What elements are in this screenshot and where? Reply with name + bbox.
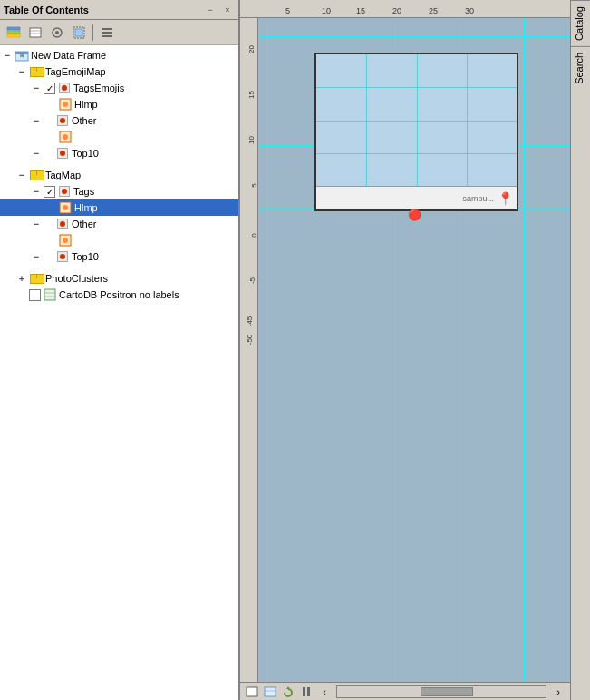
tree-node-other-1-symbol[interactable] bbox=[0, 129, 238, 145]
expander-tags-emojis[interactable] bbox=[29, 81, 44, 95]
layout-view-button[interactable] bbox=[262, 685, 278, 699]
tree-node-photo-clusters[interactable]: PhotoClusters bbox=[0, 270, 238, 287]
tree-node-carto-db[interactable]: CartoDB Positron no labels bbox=[0, 287, 238, 303]
scroll-left-button[interactable]: ‹ bbox=[316, 685, 333, 699]
ruler-mark-5: 5 bbox=[285, 6, 290, 15]
svg-text:⊞: ⊞ bbox=[20, 53, 24, 58]
label-tag-emoji-map: TagEmojiMap bbox=[45, 66, 235, 77]
label-top10-2: Top10 bbox=[72, 251, 235, 262]
tree-node-other-2[interactable]: Other bbox=[0, 216, 238, 232]
toc-header: Table Of Contents − × bbox=[0, 0, 238, 20]
right-sidebar: Catalog Search bbox=[570, 0, 590, 700]
ruler-mark-v-15: 15 bbox=[247, 91, 256, 99]
visibility-view-button[interactable] bbox=[47, 23, 67, 43]
tree-node-other-2-symbol[interactable] bbox=[0, 232, 238, 248]
expander-top10-2[interactable] bbox=[29, 249, 44, 264]
checkbox-tags[interactable] bbox=[44, 186, 55, 198]
svg-rect-24 bbox=[44, 289, 55, 300]
tree-node-hlmp[interactable]: Hlmp bbox=[0, 96, 238, 112]
toc-tree: ⊞ New Data Frame TagEmojiMap bbox=[0, 45, 238, 700]
checkbox-tags-emojis[interactable] bbox=[44, 83, 55, 94]
expander-tag-map[interactable] bbox=[15, 168, 29, 182]
svg-rect-32 bbox=[307, 687, 310, 696]
label-new-data-frame: New Data Frame bbox=[31, 50, 235, 61]
scrollbar-thumb[interactable] bbox=[421, 687, 473, 696]
map-legend-area: sampu... 📍 bbox=[316, 186, 517, 209]
ruler-mark-v-20: 20 bbox=[247, 45, 256, 53]
basemap-icon-carto-db bbox=[43, 287, 57, 302]
horizontal-scrollbar[interactable] bbox=[336, 685, 546, 698]
tree-node-tags[interactable]: Tags bbox=[0, 183, 238, 199]
options-button[interactable] bbox=[97, 23, 117, 43]
selection-view-button[interactable] bbox=[69, 23, 89, 43]
application-window: Table Of Contents − × bbox=[0, 0, 590, 700]
guide-h-1 bbox=[258, 36, 570, 37]
page-frame[interactable]: sampu... 📍 bbox=[314, 53, 518, 211]
ruler-mark-v-neg50: -50 bbox=[247, 335, 255, 345]
label-carto-db: CartoDB Positron no labels bbox=[59, 289, 235, 300]
refresh-button[interactable] bbox=[280, 685, 296, 699]
ruler-mark-20: 20 bbox=[392, 6, 401, 15]
expander-top10-1[interactable] bbox=[29, 146, 44, 160]
symbol-icon-hlmp bbox=[58, 97, 73, 112]
expander-photo-clusters[interactable] bbox=[15, 271, 29, 286]
ruler-mark-v-10: 10 bbox=[247, 136, 256, 144]
map-body: 20 15 10 5 0 -5 -45 -50 bbox=[240, 18, 570, 682]
guide-v-5 bbox=[524, 18, 525, 682]
toc-panel: Table Of Contents − × bbox=[0, 0, 240, 700]
scroll-right-button[interactable]: › bbox=[550, 685, 566, 699]
tree-node-top10-1[interactable]: Top10 bbox=[0, 145, 238, 161]
svg-rect-10 bbox=[102, 32, 112, 34]
symbol-icon-other-2 bbox=[58, 233, 73, 248]
tree-node-tag-emoji-map[interactable]: TagEmojiMap bbox=[0, 63, 238, 80]
label-other-1: Other bbox=[72, 115, 235, 126]
label-hlmp: Hlmp bbox=[74, 99, 235, 110]
legend-emoji: 📍 bbox=[498, 191, 513, 206]
tree-node-tags-emojis[interactable]: TagsEmojis bbox=[0, 80, 238, 96]
tree-node-tag-map[interactable]: TagMap bbox=[0, 167, 238, 183]
search-tab[interactable]: Search bbox=[571, 46, 590, 90]
expander-tags[interactable] bbox=[29, 184, 44, 199]
tree-node-hlmp2[interactable]: Hlmp bbox=[0, 199, 238, 216]
symbol-icon-other-1 bbox=[58, 130, 73, 144]
map-frame-content bbox=[316, 54, 517, 186]
layer-icon-top10-1 bbox=[55, 146, 70, 160]
svg-rect-27 bbox=[247, 687, 257, 696]
expander-new-data-frame[interactable] bbox=[0, 48, 15, 63]
svg-rect-0 bbox=[7, 27, 20, 30]
map-canvas[interactable]: sampu... 📍 🔴 bbox=[258, 18, 570, 682]
source-view-button[interactable] bbox=[25, 23, 45, 43]
svg-point-7 bbox=[55, 31, 59, 34]
ruler-mark-25: 25 bbox=[429, 6, 438, 15]
layer-icon-tags-emojis bbox=[57, 81, 72, 95]
toc-close-button[interactable]: × bbox=[220, 3, 235, 17]
ruler-mark-30: 30 bbox=[465, 6, 474, 15]
expander-other-2[interactable] bbox=[29, 217, 44, 231]
folder-icon-tag-emoji-map bbox=[29, 64, 44, 79]
checkbox-carto-db[interactable] bbox=[29, 289, 41, 301]
folder-icon-photo-clusters bbox=[29, 271, 44, 286]
list-view-button[interactable] bbox=[4, 23, 24, 43]
catalog-tab[interactable]: Catalog bbox=[571, 0, 590, 46]
label-top10-1: Top10 bbox=[72, 148, 235, 159]
tree-node-top10-2[interactable]: Top10 bbox=[0, 248, 238, 265]
expander-tag-emoji-map[interactable] bbox=[15, 64, 29, 79]
label-tag-map: TagMap bbox=[45, 170, 235, 180]
label-tags-emojis: TagsEmojis bbox=[73, 83, 235, 93]
toc-minimize-button[interactable]: − bbox=[203, 3, 218, 17]
layer-icon-other-2 bbox=[55, 217, 70, 231]
pause-button[interactable] bbox=[298, 685, 314, 699]
bottom-bar: ‹ › bbox=[240, 682, 570, 700]
folder-icon-tag-map bbox=[29, 168, 44, 182]
legend-text: sampu... bbox=[462, 194, 494, 203]
svg-rect-1 bbox=[7, 31, 20, 34]
page-view-button[interactable] bbox=[244, 685, 260, 699]
svg-rect-31 bbox=[303, 687, 305, 696]
tree-node-new-data-frame[interactable]: ⊞ New Data Frame bbox=[0, 47, 238, 63]
tree-node-other-1[interactable]: Other bbox=[0, 112, 238, 129]
toolbar-separator bbox=[92, 24, 93, 41]
svg-point-21 bbox=[63, 205, 68, 210]
label-other-2: Other bbox=[72, 219, 235, 229]
expander-other-1[interactable] bbox=[29, 113, 44, 128]
label-tags: Tags bbox=[73, 186, 235, 197]
